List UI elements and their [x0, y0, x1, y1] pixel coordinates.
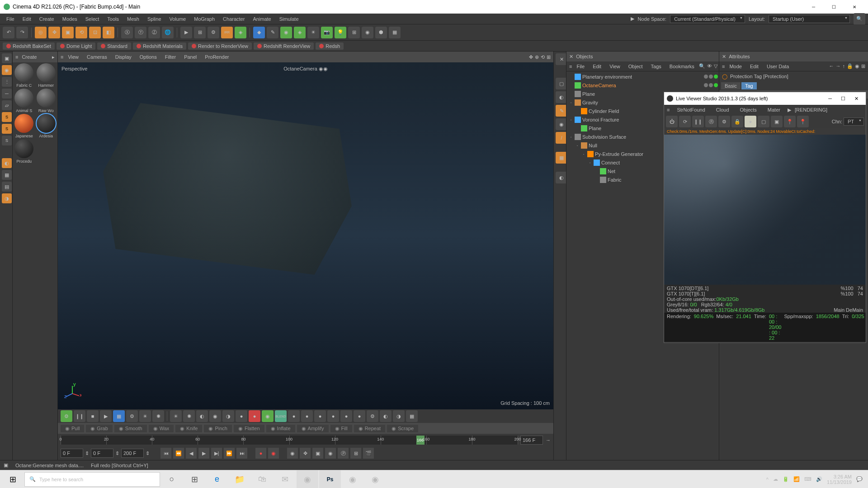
close-attrs-icon[interactable]: ✕: [722, 54, 726, 60]
lv-gear-icon[interactable]: ⚙: [718, 116, 730, 127]
lv-mater[interactable]: Mater: [764, 106, 784, 114]
vis-dot[interactable]: [709, 75, 713, 79]
vp-panel[interactable]: Panel: [180, 53, 200, 61]
sculpt-smooth[interactable]: ◉Smooth: [114, 425, 147, 432]
close-button[interactable]: ✕: [844, 0, 864, 14]
c4d-icon[interactable]: ◉: [297, 470, 318, 488]
expand-icon[interactable]: -: [581, 152, 586, 156]
tool-icon[interactable]: ⊡: [89, 27, 101, 38]
vbt-sphere3-icon[interactable]: ●: [314, 410, 326, 422]
obj-filter-icon[interactable]: ▽: [714, 63, 717, 69]
lv-lock-icon[interactable]: 🔒: [731, 116, 743, 127]
material-6[interactable]: Procedu: [14, 139, 35, 164]
obj-object[interactable]: Object: [625, 62, 646, 70]
lv-sq2-icon[interactable]: ▣: [771, 116, 783, 127]
rs-renderview[interactable]: Render to RenderView: [188, 42, 252, 50]
next-key-button[interactable]: ⏩: [224, 448, 235, 459]
sculpt-repeat[interactable]: ◉Repeat: [354, 425, 385, 432]
vbt-checker-icon[interactable]: ▦: [406, 410, 418, 422]
play-button[interactable]: ▶: [198, 448, 209, 459]
key-grid-button[interactable]: ⊞: [350, 448, 361, 459]
menu-character[interactable]: Character: [219, 15, 248, 23]
texture-mode-icon[interactable]: ◉: [2, 65, 12, 75]
expand-icon[interactable]: -: [569, 100, 573, 104]
vbt-sphere2-icon[interactable]: ●: [301, 410, 313, 422]
viewport-3d[interactable]: Perspective OctaneCamera ◉◉ x y z Grid S…: [58, 62, 553, 409]
tool2-icon[interactable]: ◧: [103, 27, 114, 38]
photoshop-icon[interactable]: Ps: [319, 470, 341, 488]
vbt-15-icon[interactable]: ●: [249, 410, 260, 422]
undo-button[interactable]: ↶: [3, 27, 14, 38]
obj-eye-icon[interactable]: 👁: [707, 63, 712, 69]
vbt-14-icon[interactable]: ●: [236, 410, 247, 422]
from-frame-field[interactable]: 0 F: [91, 449, 113, 458]
vp-filter[interactable]: Filter: [161, 53, 179, 61]
axis-y-icon[interactable]: Ⓨ: [135, 27, 146, 38]
lv-cloud[interactable]: Cloud: [712, 106, 733, 114]
lv-pin2-icon[interactable]: 📍: [797, 116, 809, 127]
attr-fwd-icon[interactable]: →: [836, 63, 841, 69]
create-menu[interactable]: Create: [22, 54, 37, 60]
vp-prorender[interactable]: ProRender: [201, 53, 232, 61]
key-film-button[interactable]: 🎬: [363, 448, 374, 459]
rs-standard[interactable]: Standard: [97, 42, 131, 50]
expand-icon[interactable]: ▸: [52, 54, 55, 60]
cortana-icon[interactable]: ○: [161, 470, 183, 488]
lv-refresh-icon[interactable]: ⟳: [679, 116, 691, 127]
menu-file[interactable]: File: [3, 15, 18, 23]
menu-spline[interactable]: Spline: [144, 15, 165, 23]
attr-new-icon[interactable]: ◉: [855, 63, 859, 69]
obj-hamburger-icon[interactable]: ≡: [569, 64, 572, 69]
tool-misc3-icon[interactable]: ⬢: [375, 27, 387, 38]
vbt-8-icon[interactable]: ✺: [152, 410, 164, 422]
axis-z-icon[interactable]: Ⓩ: [148, 27, 160, 38]
tray-up-icon[interactable]: ^: [766, 477, 769, 482]
vbt-sphere4-icon[interactable]: ●: [327, 410, 339, 422]
app-icon[interactable]: ◉: [364, 470, 386, 488]
vbt-b-icon[interactable]: ◑: [393, 410, 405, 422]
menu-mesh[interactable]: Mesh: [123, 15, 143, 23]
maximize-button[interactable]: ☐: [824, 0, 844, 14]
tool-b-icon[interactable]: ▦: [2, 170, 12, 180]
to-frame-field[interactable]: 200 F: [121, 449, 144, 458]
tray-cloud-icon[interactable]: ☁: [773, 476, 778, 482]
rotate-icon[interactable]: ⟲: [75, 27, 87, 38]
minimize-button[interactable]: ─: [803, 0, 824, 14]
layout-dropdown[interactable]: Startup (User): [769, 15, 850, 23]
irr-icon[interactable]: IRR: [221, 27, 233, 38]
vbt-5-icon[interactable]: ▦: [113, 410, 125, 422]
start-frame-field[interactable]: 0 F: [61, 449, 83, 458]
key-s-button[interactable]: ✥: [300, 448, 311, 459]
rs-bakeset[interactable]: Redshift BakeSet: [3, 42, 55, 50]
lv-power-icon[interactable]: ⏻: [666, 116, 678, 127]
vbt-sphere1-icon[interactable]: ●: [288, 410, 300, 422]
vis-dot[interactable]: [709, 83, 713, 87]
menu-edit[interactable]: Edit: [19, 15, 35, 23]
store-icon[interactable]: 🛍: [251, 470, 273, 488]
camera-icon[interactable]: 📷: [321, 27, 333, 38]
start-button[interactable]: ⊞: [2, 470, 24, 488]
task-view-icon[interactable]: ⊞: [184, 470, 205, 488]
taskbar-search[interactable]: 🔍 Type here to search: [24, 472, 160, 487]
env-icon[interactable]: ☀: [307, 27, 319, 38]
vp-nav2-icon[interactable]: ⊕: [535, 54, 539, 60]
obj-tags[interactable]: Tags: [647, 62, 665, 70]
lv-minimize[interactable]: ─: [824, 96, 836, 101]
attr-userdata[interactable]: User Data: [763, 62, 793, 70]
vp-view[interactable]: View: [64, 53, 82, 61]
material-0[interactable]: Fabric C: [14, 63, 35, 88]
object-row[interactable]: Planetary environment: [567, 72, 718, 81]
menu-volume[interactable]: Volume: [166, 15, 190, 23]
material-4[interactable]: Japanese: [14, 114, 35, 138]
menu-animate[interactable]: Animate: [249, 15, 274, 23]
tool-c-icon[interactable]: ▤: [2, 182, 12, 192]
redo-button[interactable]: ↷: [16, 27, 28, 38]
menu-mograph[interactable]: MoGraph: [190, 15, 218, 23]
lv-r-icon[interactable]: Ⓡ: [705, 116, 717, 127]
vbt-11-icon[interactable]: ◐: [196, 410, 208, 422]
lv-sq1-icon[interactable]: ▢: [758, 116, 769, 127]
tab-tag[interactable]: Tag: [741, 82, 757, 89]
object-row[interactable]: OctaneCamera: [567, 81, 718, 89]
edge-icon[interactable]: e: [206, 470, 228, 488]
next-frame-button[interactable]: ▶|: [211, 448, 222, 459]
